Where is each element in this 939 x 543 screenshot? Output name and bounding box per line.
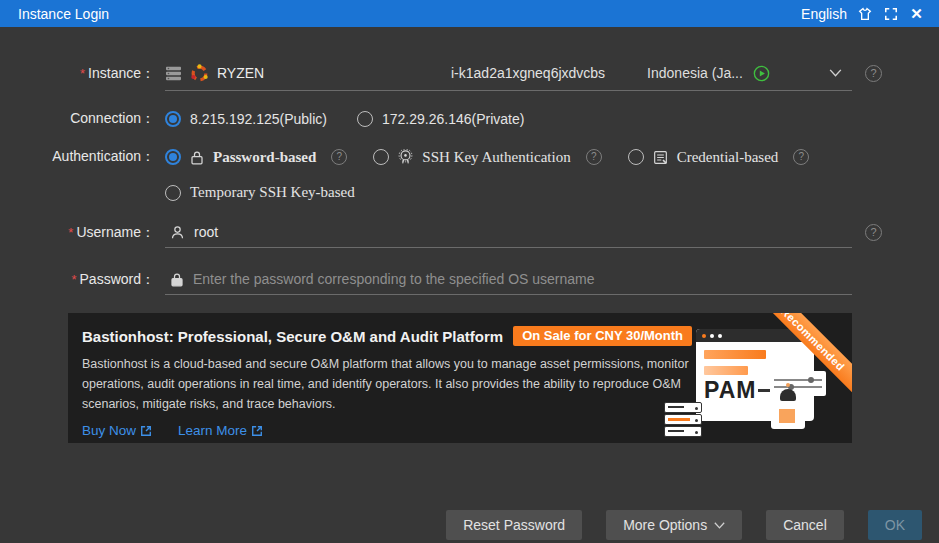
radio-unselected-icon[interactable]	[165, 185, 181, 201]
language-selector[interactable]: English	[801, 6, 847, 22]
credential-icon	[653, 150, 668, 165]
authentication-label: Authentication：	[0, 148, 155, 166]
instance-id: i-k1ad2a1xgneq6jxdvcbs	[451, 65, 605, 81]
more-options-button[interactable]: More Options	[606, 510, 742, 540]
auth-option-password[interactable]: Password-based ?	[165, 149, 347, 166]
password-input[interactable]	[193, 271, 852, 287]
instance-region: Indonesia (Ja...	[647, 65, 743, 81]
ubuntu-os-icon	[190, 64, 209, 83]
username-help-icon[interactable]: ?	[865, 224, 882, 241]
theme-skin-icon[interactable]	[856, 5, 873, 22]
required-marker: *	[68, 225, 73, 240]
authentication-row: Authentication： Password-based ?	[0, 148, 939, 166]
radio-selected-icon[interactable]	[165, 111, 181, 127]
instance-name: RYZEN	[217, 65, 264, 81]
ssh-key-icon	[398, 149, 413, 165]
bastionhost-promo-banner: Bastionhost: Professional, Secure O&M an…	[68, 313, 852, 443]
ok-button[interactable]: OK	[868, 510, 922, 540]
server-icon	[165, 66, 182, 81]
learn-more-link[interactable]: Learn More	[178, 423, 263, 438]
password-row: *Password：	[0, 264, 939, 295]
instance-login-dialog: Instance Login English ✕ *Instance：	[0, 0, 939, 543]
instance-row: *Instance：	[0, 56, 939, 91]
ssh-key-help-icon[interactable]: ?	[586, 149, 602, 165]
external-link-icon	[251, 425, 263, 437]
username-row: *Username： ?	[0, 217, 939, 248]
lock-icon	[190, 150, 204, 165]
required-marker: *	[80, 66, 85, 81]
external-link-icon	[140, 425, 152, 437]
fullscreen-icon[interactable]	[882, 5, 899, 22]
chevron-down-icon	[714, 522, 725, 529]
running-status-icon	[753, 65, 770, 82]
radio-unselected-icon[interactable]	[628, 149, 644, 165]
instance-label: *Instance：	[0, 65, 155, 83]
instance-select[interactable]: RYZEN i-k1ad2a1xgneq6jxdvcbs Indonesia (…	[165, 56, 852, 91]
banner-title: Bastionhost: Professional, Secure O&M an…	[82, 328, 503, 345]
login-form: *Instance：	[0, 27, 939, 443]
radio-selected-icon[interactable]	[165, 149, 181, 165]
dialog-title: Instance Login	[18, 6, 109, 22]
banner-description: Bastionhost is a cloud-based and secure …	[82, 354, 694, 414]
footer-actions: Reset Password More Options Cancel OK	[0, 510, 922, 540]
titlebar-actions: English ✕	[801, 5, 925, 22]
connection-option-public[interactable]: 8.215.192.125(Public)	[165, 111, 327, 127]
username-label: *Username：	[0, 224, 155, 242]
user-icon	[170, 225, 185, 240]
required-marker: *	[71, 272, 76, 287]
auth-option-credential[interactable]: Credential-based ?	[628, 149, 810, 166]
password-label: *Password：	[0, 271, 155, 289]
lock-icon	[170, 272, 184, 287]
connection-option-private[interactable]: 172.29.26.146(Private)	[357, 111, 524, 127]
password-based-help-icon[interactable]: ?	[331, 149, 347, 165]
sale-badge: On Sale for CNY 30/Month	[513, 326, 692, 346]
connection-label: Connection：	[0, 110, 155, 128]
auth-option-sshkey[interactable]: SSH Key Authentication ?	[373, 149, 601, 166]
connection-row: Connection： 8.215.192.125(Public) 172.29…	[0, 110, 939, 128]
auth-option-temp-ssh[interactable]: Temporary SSH Key-based	[165, 184, 355, 201]
credential-help-icon[interactable]: ?	[793, 149, 809, 165]
instance-help-icon[interactable]: ?	[865, 65, 882, 82]
temporary-ssh-row: Temporary SSH Key-based	[0, 184, 939, 201]
username-input[interactable]	[194, 224, 852, 240]
titlebar: Instance Login English ✕	[0, 0, 939, 27]
cancel-button[interactable]: Cancel	[766, 510, 844, 540]
chevron-down-icon	[829, 69, 842, 77]
buy-now-link[interactable]: Buy Now	[82, 423, 152, 438]
radio-unselected-icon[interactable]	[373, 149, 389, 165]
radio-unselected-icon[interactable]	[357, 111, 373, 127]
reset-password-button[interactable]: Reset Password	[446, 510, 582, 540]
close-icon[interactable]: ✕	[908, 5, 925, 22]
person-graphic	[766, 389, 810, 437]
server-stack-graphic	[664, 401, 702, 437]
